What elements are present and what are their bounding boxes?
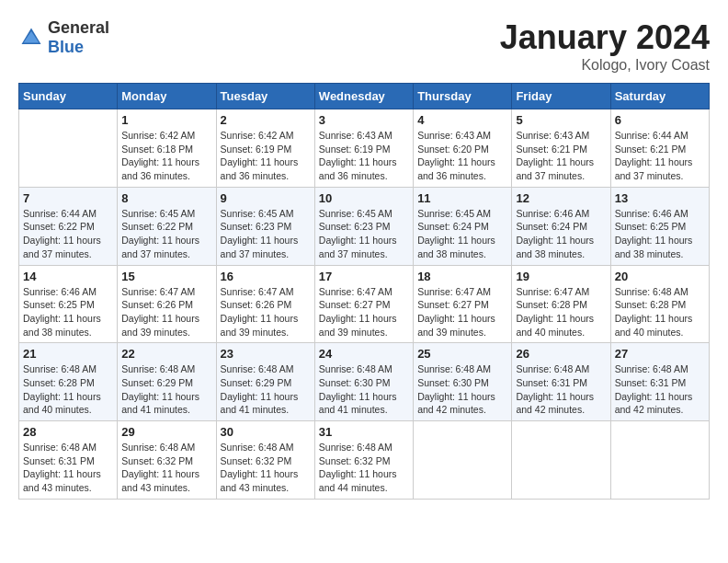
calendar-cell: 31Sunrise: 6:48 AMSunset: 6:32 PMDayligh… — [314, 421, 413, 500]
calendar-cell: 8Sunrise: 6:45 AMSunset: 6:22 PMDaylight… — [118, 187, 216, 265]
day-number: 6 — [615, 113, 705, 127]
day-info: Sunrise: 6:48 AMSunset: 6:28 PMDaylight:… — [23, 362, 113, 417]
calendar-cell: 12Sunrise: 6:46 AMSunset: 6:24 PMDayligh… — [512, 187, 610, 265]
calendar-week-row: 28Sunrise: 6:48 AMSunset: 6:31 PMDayligh… — [19, 421, 710, 500]
weekday-header: Sunday — [19, 84, 118, 109]
day-info: Sunrise: 6:48 AMSunset: 6:29 PMDaylight:… — [221, 362, 311, 417]
calendar-cell — [19, 109, 118, 188]
day-number: 13 — [615, 191, 705, 205]
day-info: Sunrise: 6:47 AMSunset: 6:26 PMDaylight:… — [121, 285, 211, 339]
day-number: 11 — [417, 191, 507, 205]
day-info: Sunrise: 6:48 AMSunset: 6:32 PMDaylight:… — [121, 441, 211, 495]
day-info: Sunrise: 6:48 AMSunset: 6:30 PMDaylight:… — [417, 362, 507, 417]
page-header: General Blue January 2024 Kologo, Ivory … — [18, 18, 710, 74]
calendar-cell: 14Sunrise: 6:46 AMSunset: 6:25 PMDayligh… — [19, 265, 118, 343]
day-number: 27 — [615, 347, 705, 361]
day-info: Sunrise: 6:42 AMSunset: 6:19 PMDaylight:… — [221, 129, 311, 183]
day-info: Sunrise: 6:46 AMSunset: 6:25 PMDaylight:… — [615, 207, 705, 261]
weekday-header: Monday — [118, 84, 216, 109]
day-number: 8 — [121, 191, 211, 205]
weekday-header: Wednesday — [314, 84, 413, 109]
day-number: 1 — [121, 113, 211, 127]
day-info: Sunrise: 6:43 AMSunset: 6:20 PMDaylight:… — [417, 129, 507, 183]
day-info: Sunrise: 6:48 AMSunset: 6:31 PMDaylight:… — [615, 362, 705, 417]
calendar-week-row: 1Sunrise: 6:42 AMSunset: 6:18 PMDaylight… — [19, 109, 710, 188]
day-info: Sunrise: 6:48 AMSunset: 6:31 PMDaylight:… — [516, 362, 606, 417]
calendar-cell: 1Sunrise: 6:42 AMSunset: 6:18 PMDaylight… — [118, 109, 216, 188]
day-info: Sunrise: 6:47 AMSunset: 6:26 PMDaylight:… — [221, 285, 311, 339]
day-number: 29 — [121, 425, 211, 439]
calendar-cell: 22Sunrise: 6:48 AMSunset: 6:29 PMDayligh… — [118, 343, 216, 421]
calendar-cell: 30Sunrise: 6:48 AMSunset: 6:32 PMDayligh… — [216, 421, 314, 500]
calendar-week-row: 14Sunrise: 6:46 AMSunset: 6:25 PMDayligh… — [19, 265, 710, 343]
day-number: 7 — [23, 191, 113, 205]
day-number: 5 — [516, 113, 606, 127]
calendar-week-row: 21Sunrise: 6:48 AMSunset: 6:28 PMDayligh… — [19, 343, 710, 421]
calendar-cell: 19Sunrise: 6:47 AMSunset: 6:28 PMDayligh… — [512, 265, 610, 343]
calendar-cell: 6Sunrise: 6:44 AMSunset: 6:21 PMDaylight… — [610, 109, 709, 188]
calendar-cell: 18Sunrise: 6:47 AMSunset: 6:27 PMDayligh… — [414, 265, 512, 343]
day-number: 16 — [221, 270, 311, 283]
logo-general-text: General — [48, 18, 109, 37]
calendar-header-row: SundayMondayTuesdayWednesdayThursdayFrid… — [19, 84, 710, 109]
calendar-cell: 5Sunrise: 6:43 AMSunset: 6:21 PMDaylight… — [512, 109, 610, 188]
calendar-cell: 10Sunrise: 6:45 AMSunset: 6:23 PMDayligh… — [314, 187, 413, 265]
day-info: Sunrise: 6:45 AMSunset: 6:23 PMDaylight:… — [221, 207, 311, 261]
day-number: 18 — [417, 270, 507, 283]
day-info: Sunrise: 6:48 AMSunset: 6:30 PMDaylight:… — [319, 362, 409, 417]
calendar-cell: 20Sunrise: 6:48 AMSunset: 6:28 PMDayligh… — [610, 265, 709, 343]
location-title: Kologo, Ivory Coast — [500, 57, 710, 74]
day-info: Sunrise: 6:48 AMSunset: 6:32 PMDaylight:… — [319, 441, 409, 495]
calendar-cell: 25Sunrise: 6:48 AMSunset: 6:30 PMDayligh… — [414, 343, 512, 421]
calendar-week-row: 7Sunrise: 6:44 AMSunset: 6:22 PMDaylight… — [19, 187, 710, 265]
calendar-cell: 7Sunrise: 6:44 AMSunset: 6:22 PMDaylight… — [19, 187, 118, 265]
day-number: 25 — [417, 347, 507, 361]
day-number: 24 — [319, 347, 409, 361]
day-number: 12 — [516, 191, 606, 205]
weekday-header: Thursday — [414, 84, 512, 109]
calendar-cell — [414, 421, 512, 500]
day-number: 17 — [319, 270, 409, 283]
day-number: 2 — [221, 113, 311, 127]
day-number: 31 — [319, 425, 409, 439]
calendar-cell: 9Sunrise: 6:45 AMSunset: 6:23 PMDaylight… — [216, 187, 314, 265]
logo-icon — [18, 25, 44, 51]
month-title: January 2024 — [500, 18, 710, 57]
day-number: 15 — [121, 270, 211, 283]
logo: General Blue — [18, 18, 109, 57]
calendar-cell: 26Sunrise: 6:48 AMSunset: 6:31 PMDayligh… — [512, 343, 610, 421]
logo-blue-text: Blue — [48, 38, 84, 56]
day-number: 20 — [615, 270, 705, 283]
day-number: 10 — [319, 191, 409, 205]
calendar-cell: 27Sunrise: 6:48 AMSunset: 6:31 PMDayligh… — [610, 343, 709, 421]
day-number: 22 — [121, 347, 211, 361]
day-info: Sunrise: 6:45 AMSunset: 6:23 PMDaylight:… — [319, 207, 409, 261]
day-info: Sunrise: 6:44 AMSunset: 6:21 PMDaylight:… — [615, 129, 705, 183]
calendar-cell: 15Sunrise: 6:47 AMSunset: 6:26 PMDayligh… — [118, 265, 216, 343]
day-number: 19 — [516, 270, 606, 283]
calendar-cell — [610, 421, 709, 500]
calendar-cell: 11Sunrise: 6:45 AMSunset: 6:24 PMDayligh… — [414, 187, 512, 265]
calendar-cell: 2Sunrise: 6:42 AMSunset: 6:19 PMDaylight… — [216, 109, 314, 188]
day-number: 30 — [221, 425, 311, 439]
day-info: Sunrise: 6:48 AMSunset: 6:29 PMDaylight:… — [121, 362, 211, 417]
calendar-cell: 29Sunrise: 6:48 AMSunset: 6:32 PMDayligh… — [118, 421, 216, 500]
day-info: Sunrise: 6:43 AMSunset: 6:21 PMDaylight:… — [516, 129, 606, 183]
calendar-cell: 17Sunrise: 6:47 AMSunset: 6:27 PMDayligh… — [314, 265, 413, 343]
day-info: Sunrise: 6:43 AMSunset: 6:19 PMDaylight:… — [319, 129, 409, 183]
weekday-header: Tuesday — [216, 84, 314, 109]
calendar-cell: 3Sunrise: 6:43 AMSunset: 6:19 PMDaylight… — [314, 109, 413, 188]
calendar-cell: 13Sunrise: 6:46 AMSunset: 6:25 PMDayligh… — [610, 187, 709, 265]
day-number: 14 — [23, 270, 113, 283]
calendar-table: SundayMondayTuesdayWednesdayThursdayFrid… — [18, 83, 710, 500]
day-number: 9 — [221, 191, 311, 205]
day-info: Sunrise: 6:46 AMSunset: 6:24 PMDaylight:… — [516, 207, 606, 261]
day-info: Sunrise: 6:48 AMSunset: 6:32 PMDaylight:… — [221, 441, 311, 495]
day-number: 4 — [417, 113, 507, 127]
calendar-cell: 4Sunrise: 6:43 AMSunset: 6:20 PMDaylight… — [414, 109, 512, 188]
calendar-cell: 21Sunrise: 6:48 AMSunset: 6:28 PMDayligh… — [19, 343, 118, 421]
day-info: Sunrise: 6:45 AMSunset: 6:22 PMDaylight:… — [121, 207, 211, 261]
weekday-header: Saturday — [610, 84, 709, 109]
calendar-cell — [512, 421, 610, 500]
calendar-cell: 16Sunrise: 6:47 AMSunset: 6:26 PMDayligh… — [216, 265, 314, 343]
